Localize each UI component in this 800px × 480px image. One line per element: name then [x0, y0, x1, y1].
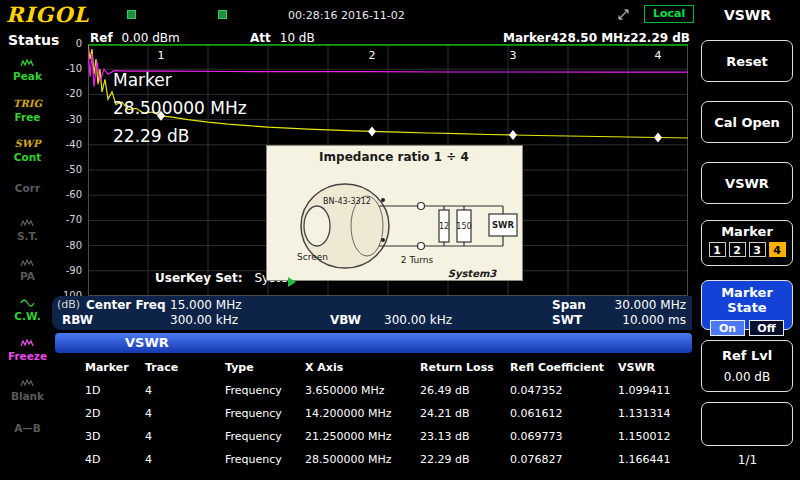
reset-button[interactable]: Reset	[701, 40, 793, 82]
ref-lvl-label: Ref Lvl	[702, 348, 792, 363]
cell: 1.150012	[618, 430, 692, 443]
screen-label: Screen	[297, 252, 328, 262]
cell: 22.29 dB	[420, 453, 510, 466]
marker-state-button[interactable]: Marker State On Off	[701, 280, 793, 330]
marker4-name: Marker4	[503, 31, 559, 45]
on-option[interactable]: On	[710, 320, 745, 336]
ref-level-readout: Ref0.00 dBm	[90, 31, 180, 45]
top-indicator-icon-2	[218, 10, 227, 19]
table-header-row: Marker Trace Type X Axis Return Loss Ref…	[55, 356, 692, 379]
y-tick: -60	[54, 189, 82, 200]
y-tick: 0	[54, 38, 82, 49]
status-label: C.W.	[0, 310, 55, 322]
peak-detector-icon	[20, 58, 35, 68]
status-sidebar: Status Peak TRIG Free SWP Cont Corr S.T.…	[0, 30, 55, 480]
marker-label: Marker	[702, 224, 792, 239]
cell: Frequency	[225, 384, 305, 397]
table-title-bar: VSWR	[55, 333, 692, 353]
marker-diamond-icon	[654, 132, 662, 142]
cell: Frequency	[225, 430, 305, 443]
cell: 4	[145, 430, 225, 443]
winding-dot-top	[381, 198, 385, 202]
rbw-label: RBW	[62, 313, 93, 327]
marker-4-box[interactable]: 4	[769, 242, 786, 257]
userkey-label: UserKey Set:	[155, 271, 243, 285]
marker4-value: 22.29 dB	[630, 31, 690, 45]
turns-label: 2 Turns	[401, 255, 434, 265]
top-indicator-icon-1	[127, 10, 136, 19]
status-item-trigger: TRIG Free	[0, 94, 55, 134]
marker-diamond-icon	[509, 130, 517, 140]
off-option[interactable]: Off	[749, 320, 784, 336]
status-label: A—B	[0, 422, 55, 434]
ref-label: Ref	[90, 31, 113, 45]
status-label: Freeze	[0, 350, 55, 362]
swt-value: 10.000 ms	[622, 313, 686, 327]
impedance-diagram-inset: Impedance ratio 1 ÷ 4 BN-43-3312 Screen …	[266, 145, 523, 281]
marker-diamond-icon	[368, 126, 376, 136]
system-label: System3	[448, 268, 498, 280]
y-tick: -40	[54, 139, 82, 150]
y-axis-ticks: 0-10-20-30-40-50-60-70-80-90-100	[54, 44, 84, 296]
blank-trace-icon	[20, 378, 35, 388]
rbw-value: 300.00 kHz	[170, 313, 238, 327]
terminal-bottom	[418, 243, 425, 250]
cell: 0.047352	[510, 384, 618, 397]
y-axis-unit: (dB)	[57, 298, 80, 311]
cell: 1D	[85, 384, 145, 397]
ref-lvl-button[interactable]: Ref Lvl 0.00 dB	[701, 340, 793, 392]
cell: 23.13 dB	[420, 430, 510, 443]
cell: 0.076827	[510, 453, 618, 466]
marker-number-label: 2	[369, 49, 376, 62]
menu-title: VSWR	[695, 7, 800, 23]
col-return-loss: Return Loss	[420, 361, 510, 374]
top-bar: RIGOL 00:28:16 2016-11-02 Local	[0, 0, 695, 30]
cell: 1.131314	[618, 407, 692, 420]
marker-3-box[interactable]: 3	[749, 242, 766, 257]
marker-select-button[interactable]: Marker 1 2 3 4	[701, 220, 793, 266]
userkey-marker-icon	[288, 277, 296, 287]
table-row: 1D4Frequency3.650000 MHz26.49 dB0.047352…	[55, 379, 692, 402]
transformer-schematic: Impedance ratio 1 ÷ 4 BN-43-3312 Screen …	[267, 146, 522, 280]
cal-open-button[interactable]: Cal Open	[701, 101, 793, 143]
analyzer-screen: RIGOL 00:28:16 2016-11-02 Local Status P…	[0, 0, 800, 480]
clock-readout: 00:28:16 2016-11-02	[288, 9, 405, 22]
signal-track-icon	[20, 218, 35, 228]
table-row: 3D4Frequency21.250000 MHz23.13 dB0.06977…	[55, 425, 692, 448]
center-freq-label: Center Freq	[86, 298, 166, 312]
marker4-top-readout: Marker4 28.50 MHz 22.29 dB	[503, 31, 689, 45]
marker-number-label: 3	[510, 49, 517, 62]
marker-1-box[interactable]: 1	[709, 242, 726, 257]
marker-number-row: 1 2 3 4	[702, 242, 792, 257]
col-marker: Marker	[85, 361, 145, 374]
cell: 1.099411	[618, 384, 692, 397]
winding-dot-bottom	[381, 238, 385, 242]
local-badge[interactable]: Local	[644, 5, 694, 23]
trigger-prefix: TRIG	[0, 98, 55, 109]
cell: 26.49 dB	[420, 384, 510, 397]
status-item-st: S.T.	[0, 214, 55, 254]
vbw-label: VBW	[330, 313, 361, 327]
vswr-button[interactable]: VSWR	[701, 162, 793, 204]
marker-overlay-title: Marker	[113, 66, 247, 94]
span-value: 30.000 MHz	[615, 298, 686, 312]
on-off-toggle: On Off	[702, 320, 792, 336]
status-label: PA	[0, 270, 55, 282]
marker-overlay-value: 22.29 dB	[113, 122, 247, 150]
inset-title: Impedance ratio 1 ÷ 4	[319, 150, 469, 164]
softkey-menu: VSWR Reset Cal Open VSWR Marker 1 2 3 4 …	[695, 0, 800, 480]
col-trace: Trace	[145, 361, 225, 374]
status-item-a-minus-b: A—B	[0, 420, 55, 460]
y-tick: -90	[54, 265, 82, 276]
core-part-number: BN-43-3312	[323, 197, 371, 206]
attenuation-readout: Att10 dB	[250, 31, 315, 45]
marker-2-box[interactable]: 2	[729, 242, 746, 257]
blank-softkey[interactable]	[701, 402, 793, 446]
cell: 0.069773	[510, 430, 618, 443]
marker-number-label: 1	[158, 49, 165, 62]
span-label: Span	[552, 298, 586, 312]
marker4-freq: 28.50 MHz	[559, 31, 630, 45]
att-value: 10 dB	[280, 31, 315, 45]
att-label: Att	[250, 31, 271, 45]
cell: 3D	[85, 430, 145, 443]
